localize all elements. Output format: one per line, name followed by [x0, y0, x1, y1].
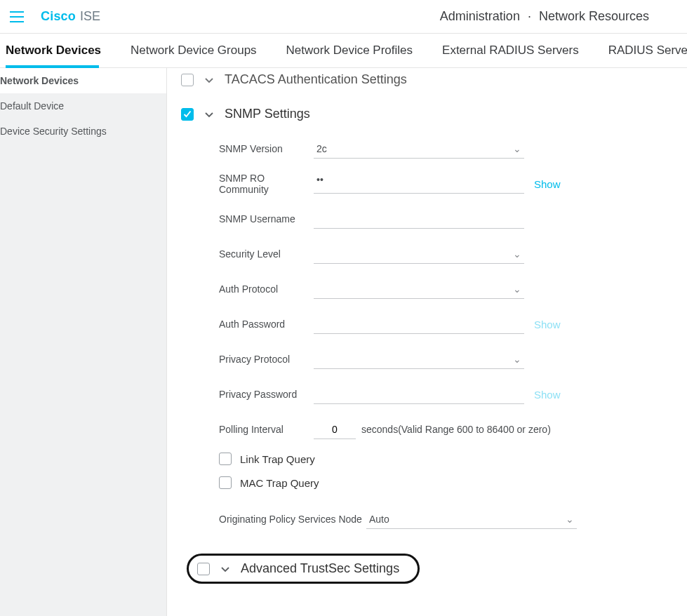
chevron-down-icon: ⌄	[513, 143, 521, 154]
polling-interval-label: Polling Interval	[219, 424, 314, 435]
main-panel: TACACS Authentication Settings SNMP Sett…	[167, 68, 687, 616]
tacacs-checkbox[interactable]	[181, 74, 194, 86]
chevron-down-icon	[204, 109, 215, 120]
snmp-ro-label: SNMP RO Community	[219, 173, 314, 195]
mac-trap-label: MAC Trap Query	[240, 477, 319, 489]
trustsec-title: Advanced TrustSec Settings	[241, 561, 399, 576]
mac-trap-checkbox[interactable]	[219, 476, 232, 489]
show-authpass-button: Show	[534, 319, 561, 330]
snmp-title: SNMP Settings	[225, 107, 310, 121]
psn-select[interactable]: Auto ⌄	[366, 509, 577, 529]
show-privpass-button: Show	[534, 389, 561, 401]
section-snmp[interactable]: SNMP Settings	[181, 97, 673, 131]
tab-network-device-profiles[interactable]: Network Device Profiles	[286, 35, 413, 66]
auth-password-input[interactable]	[314, 314, 524, 334]
auth-protocol-label: Auth Protocol	[219, 283, 314, 295]
menu-toggle[interactable]	[10, 11, 24, 22]
tab-underline	[6, 65, 99, 68]
polling-interval-input[interactable]	[314, 420, 356, 439]
link-trap-checkbox[interactable]	[219, 453, 232, 465]
tab-network-devices[interactable]: Network Devices	[6, 35, 101, 66]
brand: Cisco ISE	[41, 9, 100, 24]
sidebar-item-default-device[interactable]: Default Device	[0, 93, 166, 119]
snmp-ro-value: ••	[316, 174, 324, 185]
auth-protocol-select[interactable]: ⌄	[314, 279, 524, 299]
chevron-down-icon: ⌄	[513, 354, 521, 365]
breadcrumb-netres: Network Resources	[539, 9, 649, 23]
security-level-label: Security Level	[219, 248, 314, 260]
chevron-down-icon	[220, 563, 231, 575]
snmp-version-label: SNMP Version	[219, 143, 314, 154]
snmp-username-label: SNMP Username	[219, 213, 314, 225]
breadcrumb-sep: ·	[528, 9, 531, 23]
chevron-down-icon	[204, 74, 215, 86]
privacy-protocol-label: Privacy Protocol	[219, 354, 314, 365]
tab-network-device-groups[interactable]: Network Device Groups	[131, 35, 257, 66]
chevron-down-icon: ⌄	[566, 514, 574, 525]
snmp-username-input[interactable]	[314, 209, 524, 229]
tacacs-title: TACACS Authentication Settings	[225, 72, 407, 87]
snmp-form: SNMP Version 2c ⌄ SNMP RO Community •• S…	[181, 131, 673, 537]
privacy-protocol-select[interactable]: ⌄	[314, 349, 524, 369]
link-trap-label: Link Trap Query	[240, 453, 315, 465]
tab-radius-server-seq[interactable]: RADIUS Serve	[608, 35, 687, 66]
section-trustsec-highlight: Advanced TrustSec Settings	[187, 554, 420, 584]
snmp-version-select[interactable]: 2c ⌄	[314, 139, 524, 159]
sidebar-item-device-security[interactable]: Device Security Settings	[0, 119, 166, 144]
snmp-version-value: 2c	[316, 143, 327, 154]
psn-value: Auto	[369, 514, 389, 525]
brand-cisco: Cisco	[41, 9, 76, 24]
tab-strip: Network Devices Network Device Groups Ne…	[0, 34, 687, 68]
chevron-down-icon: ⌄	[513, 248, 521, 260]
polling-interval-hint: seconds(Valid Range 600 to 86400 or zero…	[361, 424, 551, 435]
section-tacacs[interactable]: TACACS Authentication Settings	[181, 68, 673, 97]
security-level-select[interactable]: ⌄	[314, 244, 524, 264]
snmp-ro-input[interactable]: ••	[314, 174, 524, 194]
privacy-password-label: Privacy Password	[219, 389, 314, 400]
snmp-checkbox[interactable]	[181, 108, 194, 121]
chevron-down-icon: ⌄	[513, 283, 521, 295]
auth-password-label: Auth Password	[219, 319, 314, 330]
privacy-password-input[interactable]	[314, 384, 524, 404]
breadcrumb-admin: Administration	[440, 9, 520, 23]
breadcrumb: Administration · Network Resources	[440, 9, 649, 24]
brand-ise: ISE	[80, 9, 100, 24]
left-sidebar: Network Devices Default Device Device Se…	[0, 68, 167, 616]
sidebar-item-network-devices[interactable]: Network Devices	[0, 68, 166, 93]
psn-label: Originating Policy Services Node	[219, 514, 366, 525]
trustsec-checkbox[interactable]	[197, 563, 210, 575]
tab-external-radius-servers[interactable]: External RADIUS Servers	[442, 35, 579, 66]
show-ro-button[interactable]: Show	[534, 178, 561, 190]
